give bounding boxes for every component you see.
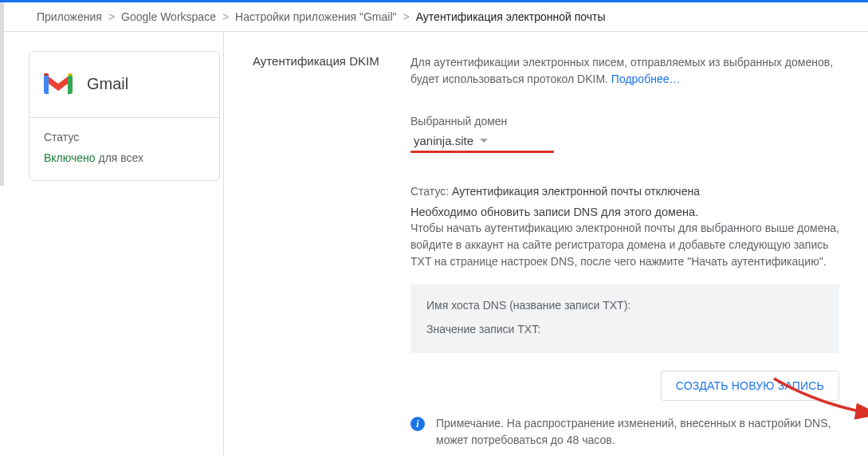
- note-text: Примечание. На распространение изменений…: [436, 415, 839, 449]
- chevron-right-icon: >: [401, 10, 410, 23]
- info-icon: i: [410, 417, 425, 431]
- app-title: Gmail: [87, 75, 128, 93]
- status-label: Статус: [44, 131, 205, 143]
- domain-selected-value: yaninja.site: [414, 134, 473, 147]
- status-value: Включено: [44, 151, 96, 164]
- auth-status-line: Статус: Аутентификация электронной почты…: [410, 185, 839, 198]
- dns-record-box: Имя хоста DNS (название записи TXT): Зна…: [410, 284, 839, 353]
- section-title: Аутентификация DKIM: [253, 54, 388, 449]
- chevron-right-icon: >: [107, 10, 116, 23]
- left-scroll-indicator: [0, 2, 4, 186]
- app-card: Gmail Статус Включено для всех: [29, 51, 220, 181]
- learn-more-link[interactable]: Подробнее…: [611, 73, 681, 85]
- domain-select[interactable]: yaninja.site: [410, 132, 491, 152]
- section-description: Для аутентификации электронных писем, от…: [410, 54, 839, 88]
- domain-field-label: Выбранный домен: [410, 115, 839, 128]
- breadcrumb-gmail-settings[interactable]: Настройки приложения "Gmail": [235, 10, 396, 23]
- sidebar: Gmail Статус Включено для всех: [0, 32, 223, 456]
- status-suffix-text: для всех: [98, 151, 143, 164]
- create-new-record-button[interactable]: СОЗДАТЬ НОВУЮ ЗАПИСЬ: [661, 371, 839, 401]
- breadcrumb-workspace[interactable]: Google Workspace: [121, 10, 216, 23]
- breadcrumb-apps[interactable]: Приложения: [37, 10, 102, 23]
- chevron-down-icon: [480, 139, 488, 143]
- dns-host-label: Имя хоста DNS (название записи TXT):: [426, 299, 823, 312]
- dns-value-label: Значение записи TXT:: [426, 323, 823, 335]
- chevron-right-icon: >: [221, 10, 230, 23]
- breadcrumb-current: Аутентификация электронной почты: [416, 10, 606, 23]
- main-panel: Аутентификация DKIM Для аутентификации э…: [223, 32, 868, 456]
- dns-update-paragraph: Чтобы начать аутентификацию электронной …: [410, 220, 839, 270]
- note-block: i Примечание. На распространение изменен…: [410, 415, 839, 449]
- gmail-icon: [44, 73, 73, 95]
- dns-update-headline: Необходимо обновить записи DNS для этого…: [410, 206, 839, 218]
- breadcrumb: Приложения > Google Workspace > Настройк…: [0, 2, 868, 32]
